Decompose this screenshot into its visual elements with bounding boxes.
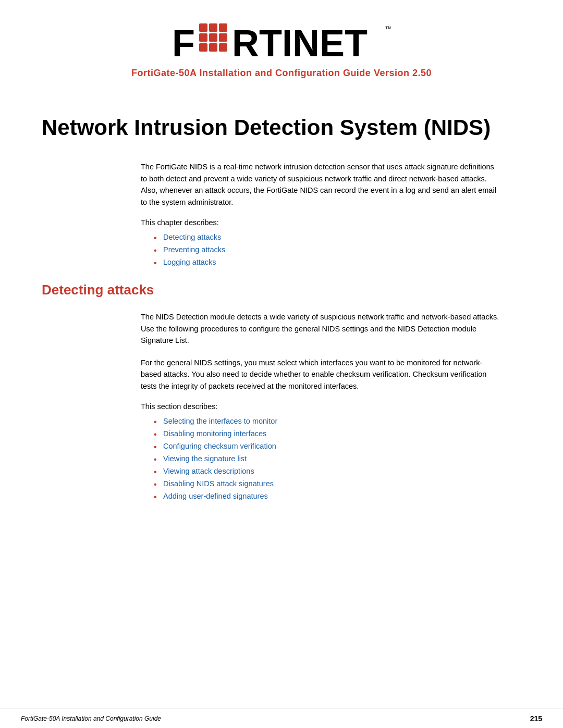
section-links-list: Selecting the interfaces to monitor Disa… [154,417,521,500]
svg-rect-9 [219,43,227,52]
chapter-describes-label: This chapter describes: [141,218,521,227]
svg-rect-4 [199,33,207,42]
section-link-viewing-signature[interactable]: Viewing the signature list [154,454,521,463]
svg-text:™: ™ [385,24,391,33]
page-footer: FortiGate-50A Installation and Configura… [0,709,563,728]
main-content: Network Intrusion Detection System (NIDS… [0,115,563,709]
svg-rect-5 [209,33,217,42]
svg-rect-1 [199,23,207,32]
section-describes-label: This section describes: [141,402,521,411]
svg-text:F: F [172,22,195,60]
section-link-configuring-checksum[interactable]: Configuring checksum verification [154,442,521,450]
svg-rect-2 [209,23,217,32]
chapter-link-logging[interactable]: Logging attacks [154,258,521,266]
intro-paragraph: The FortiGate NIDS is a real-time networ… [141,161,500,208]
chapter-link-detecting[interactable]: Detecting attacks [154,233,521,241]
logo-container: F RTINET ™ [172,21,391,60]
section-link-disabling-monitoring[interactable]: Disabling monitoring interfaces [154,429,521,438]
detecting-attacks-heading: Detecting attacks [42,282,521,298]
chapter-title: Network Intrusion Detection System (NIDS… [42,115,521,140]
svg-rect-3 [219,23,227,32]
footer-left-text: FortiGate-50A Installation and Configura… [21,715,161,722]
svg-rect-6 [219,33,227,42]
section-link-disabling-nids[interactable]: Disabling NIDS attack signatures [154,479,521,488]
section-link-viewing-attack[interactable]: Viewing attack descriptions [154,467,521,475]
fortinet-logo: F RTINET ™ [172,21,391,60]
detecting-para2: For the general NIDS settings, you must … [141,357,500,392]
section-link-selecting[interactable]: Selecting the interfaces to monitor [154,417,521,425]
detecting-para1: The NIDS Detection module detects a wide… [141,311,500,346]
svg-text:RTINET: RTINET [232,22,368,60]
svg-rect-8 [209,43,217,52]
section-link-adding-user[interactable]: Adding user-defined signatures [154,492,521,500]
chapter-links-list: Detecting attacks Preventing attacks Log… [154,233,521,266]
subtitle: FortiGate-50A Installation and Configura… [131,68,432,79]
svg-rect-7 [199,43,207,52]
footer-page-number: 215 [530,714,542,723]
page-header: F RTINET ™ Fo [0,0,563,89]
chapter-link-preventing[interactable]: Preventing attacks [154,245,521,254]
page: F RTINET ™ Fo [0,0,563,728]
